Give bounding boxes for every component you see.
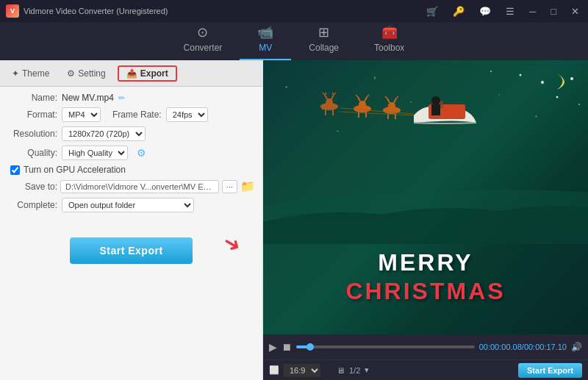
maximize-button[interactable]: □: [548, 4, 559, 18]
converter-icon: ⊙: [197, 24, 208, 40]
christmas-text: CHRISTMAS: [345, 277, 505, 305]
export-icon: 📤: [126, 68, 137, 79]
quality-select[interactable]: High Quality: [62, 146, 128, 160]
svg-line-36: [396, 96, 398, 98]
svg-point-5: [578, 104, 580, 105]
player-controls: ▶ ⏹ 00:00:00.08/00:00:17.10 🔊: [263, 334, 588, 359]
theme-icon: ✦: [12, 68, 19, 79]
ratio-select[interactable]: 16:9 4:3 1:1: [284, 364, 320, 377]
name-label: Name:: [7, 93, 57, 103]
menu-icon[interactable]: ☰: [503, 4, 517, 18]
svg-line-34: [394, 98, 396, 103]
chat-icon[interactable]: 💬: [476, 4, 494, 18]
progress-bar[interactable]: [296, 345, 475, 348]
format-row: Format: MP4 Frame Rate: 24fps: [7, 107, 255, 122]
complete-select[interactable]: Open output folder: [62, 198, 194, 212]
progress-dot: [306, 343, 314, 351]
format-label: Format:: [7, 110, 57, 120]
svg-point-1: [520, 74, 522, 76]
svg-line-27: [356, 95, 358, 97]
total-time: 00:00:17.10: [524, 343, 567, 351]
gear-icon: ⚙: [67, 68, 75, 79]
close-button[interactable]: ✕: [568, 4, 582, 18]
svg-line-44: [340, 112, 414, 115]
tab-mv[interactable]: 📹 MV: [240, 20, 291, 60]
complete-row: Complete: Open output folder: [7, 198, 255, 212]
name-value: New MV.mp4: [62, 93, 114, 103]
main-nav: ⊙ Converter 📹 MV ⊞ Collage 🧰 Toolbox: [0, 22, 588, 60]
svg-point-24: [359, 101, 366, 108]
setting-label: Setting: [78, 68, 105, 79]
tab-toolbox[interactable]: 🧰 Toolbox: [356, 20, 422, 60]
volume-icon[interactable]: 🔊: [571, 342, 582, 352]
svg-point-3: [556, 96, 559, 98]
save-label: Save to:: [7, 182, 57, 192]
window-controls: 🛒 🔑 💬 ☰ ─ □ ✕: [423, 4, 582, 18]
svg-point-14: [326, 98, 333, 106]
cart-icon[interactable]: 🛒: [423, 4, 441, 18]
svg-point-2: [490, 71, 492, 72]
svg-line-26: [365, 97, 367, 101]
svg-text:*: *: [373, 76, 376, 84]
time-display: 00:00:00.08/00:00:17.10: [479, 343, 567, 351]
svg-line-18: [325, 93, 326, 95]
stop-button[interactable]: ⏹: [282, 341, 292, 353]
svg-line-33: [387, 98, 390, 103]
format-select[interactable]: MP4: [62, 107, 101, 122]
screen-icon: 🖥: [337, 366, 345, 375]
svg-text:*: *: [535, 114, 537, 121]
svg-line-35: [385, 96, 387, 98]
start-export-small-button[interactable]: Start Export: [518, 363, 582, 378]
quality-label: Quality:: [7, 148, 57, 158]
save-path: D:\Vidmore\Vidmore V...onverter\MV Expor…: [60, 180, 219, 193]
start-export-area: Start Export ➜: [0, 226, 262, 276]
mv-icon: 📹: [257, 24, 273, 40]
preview-area: * * * * * * *: [263, 60, 588, 334]
page-chevron-icon[interactable]: ▾: [365, 365, 369, 375]
gpu-checkbox[interactable]: [10, 165, 20, 175]
svg-text:*: *: [285, 85, 287, 91]
export-label: Export: [140, 68, 168, 79]
svg-point-32: [388, 102, 395, 110]
quality-row: Quality: High Quality ⚙: [7, 146, 255, 160]
svg-point-41: [431, 96, 440, 105]
export-button[interactable]: 📤 Export: [118, 65, 177, 82]
svg-rect-42: [431, 104, 440, 115]
tab-mv-label: MV: [259, 43, 272, 53]
svg-line-43: [340, 108, 414, 114]
svg-point-0: [541, 81, 544, 84]
right-panel: * * * * * * *: [263, 60, 588, 380]
start-export-button[interactable]: Start Export: [70, 237, 192, 264]
player-controls-row2: ⬜ 16:9 4:3 1:1 🖥 1/2 ▾ Start Export: [263, 359, 588, 380]
title-bar: V Vidmore Video Converter (Unregistered)…: [0, 0, 588, 22]
svg-text:*: *: [498, 93, 501, 98]
resolution-row: Resolution: 1280x720 (720p): [7, 126, 255, 141]
ratio-icon: ⬜: [269, 365, 279, 375]
left-panel: ✦ Theme ⚙ Setting 📤 Export Name: New MV.…: [0, 60, 263, 380]
gpu-label: Turn on GPU Acceleration: [24, 165, 126, 175]
page-display: 1/2: [349, 366, 360, 375]
gpu-row: Turn on GPU Acceleration: [7, 165, 255, 175]
resolution-label: Resolution:: [7, 129, 57, 139]
name-edit-icon[interactable]: ✏: [118, 93, 125, 103]
browse-button[interactable]: ···: [222, 180, 237, 193]
key-icon[interactable]: 🔑: [450, 4, 467, 18]
tab-converter[interactable]: ⊙ Converter: [166, 20, 240, 60]
content-area: ✦ Theme ⚙ Setting 📤 Export Name: New MV.…: [0, 60, 588, 380]
folder-icon[interactable]: 📁: [240, 179, 255, 193]
svg-line-28: [367, 95, 369, 97]
theme-button[interactable]: ✦ Theme: [6, 66, 55, 81]
frame-rate-select[interactable]: 24fps: [166, 107, 208, 122]
svg-line-15: [325, 95, 327, 99]
collage-icon: ⊞: [318, 24, 329, 40]
tab-collage[interactable]: ⊞ Collage: [291, 20, 356, 60]
play-button[interactable]: ▶: [269, 341, 277, 353]
resolution-select[interactable]: 1280x720 (720p): [62, 126, 146, 141]
setting-button[interactable]: ⚙ Setting: [61, 66, 111, 81]
christmas-scene-svg: * * * * * * *: [263, 60, 588, 244]
frame-rate-label: Frame Rate:: [112, 110, 162, 120]
quality-gear-icon[interactable]: ⚙: [137, 147, 146, 159]
red-arrow-indicator: ➜: [218, 229, 245, 258]
tab-toolbox-label: Toolbox: [374, 43, 404, 53]
minimize-button[interactable]: ─: [526, 4, 539, 18]
